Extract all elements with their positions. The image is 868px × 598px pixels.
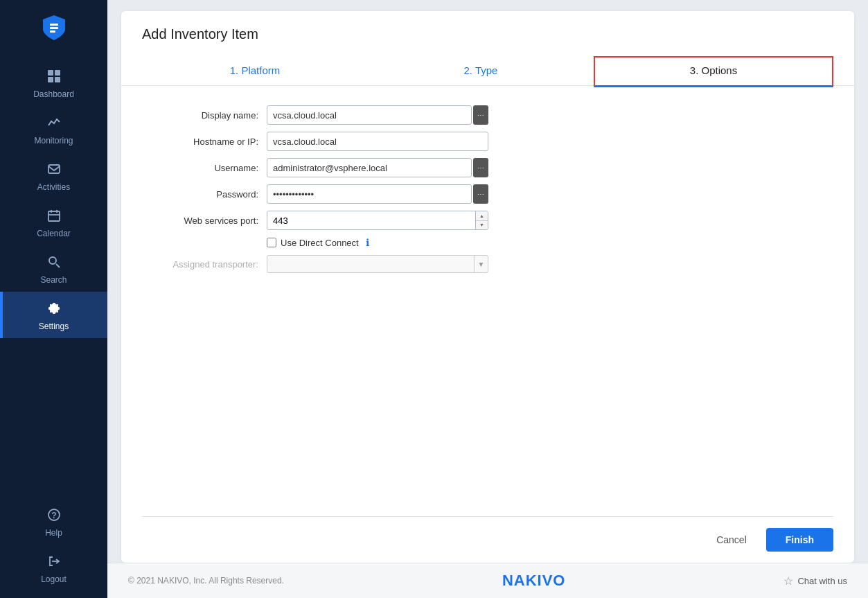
- sidebar-item-activities[interactable]: Activities: [0, 152, 107, 199]
- logo-area: [0, 0, 107, 53]
- password-field-wrapper: ⋯: [267, 184, 488, 204]
- username-label: Username:: [142, 163, 267, 173]
- svg-line-13: [56, 264, 60, 267]
- svg-rect-6: [55, 77, 60, 82]
- wizard-steps: 1. Platform 2. Type 3. Options: [142, 56, 833, 85]
- transporter-value: [267, 256, 474, 272]
- calendar-icon: [47, 209, 61, 226]
- port-up-button[interactable]: ▲: [476, 211, 488, 221]
- svg-point-12: [49, 257, 56, 264]
- password-input[interactable]: [267, 184, 472, 204]
- monitoring-icon: [47, 116, 61, 133]
- hostname-label: Hostname or IP:: [142, 137, 267, 147]
- sidebar-item-label: Dashboard: [33, 89, 74, 99]
- assigned-transporter-wrapper: ▼: [267, 255, 488, 273]
- assigned-transporter-select[interactable]: ▼: [267, 255, 488, 273]
- assigned-transporter-label: Assigned transporter:: [142, 259, 267, 270]
- sidebar-item-logout[interactable]: Logout: [0, 545, 107, 591]
- sidebar-item-help[interactable]: ? Help: [0, 498, 107, 545]
- sidebar-item-monitoring[interactable]: Monitoring: [0, 106, 107, 152]
- help-icon: ?: [47, 508, 61, 525]
- dots-icon: ⋯: [477, 191, 484, 198]
- sidebar-item-dashboard[interactable]: Dashboard: [0, 60, 107, 106]
- direct-connect-row: Use Direct Connect ℹ: [267, 237, 488, 248]
- username-input[interactable]: [267, 158, 472, 177]
- nakivo-logo: NAKIVO: [502, 572, 566, 590]
- dots-icon: ⋯: [477, 112, 484, 119]
- port-input[interactable]: [267, 211, 475, 229]
- wizard-step-options[interactable]: 3. Options: [594, 56, 833, 87]
- svg-rect-0: [50, 24, 58, 26]
- activities-icon: [47, 162, 61, 179]
- svg-rect-2: [50, 30, 55, 33]
- shield-icon: [39, 12, 69, 43]
- hostname-field-wrapper: [267, 132, 488, 151]
- transporter-dropdown-icon: ▼: [474, 256, 488, 272]
- svg-text:?: ?: [51, 511, 56, 520]
- svg-rect-8: [48, 211, 60, 221]
- display-name-field-wrapper: ⋯: [267, 105, 488, 125]
- content-area: Add Inventory Item 1. Platform 2. Type 3…: [107, 0, 868, 563]
- sidebar-item-label: Monitoring: [34, 136, 73, 146]
- wizard-card: Add Inventory Item 1. Platform 2. Type 3…: [121, 11, 854, 563]
- finish-button[interactable]: Finish: [766, 528, 833, 552]
- sidebar-item-label: Logout: [41, 574, 67, 584]
- info-icon: ℹ: [366, 237, 369, 248]
- sidebar-item-label: Calendar: [37, 229, 71, 238]
- display-name-options-button[interactable]: ⋯: [473, 105, 488, 125]
- sidebar-item-label: Settings: [39, 322, 69, 331]
- password-options-button[interactable]: ⋯: [473, 184, 488, 204]
- card-body: Display name: ⋯ Hostname or IP: Username…: [121, 86, 854, 516]
- port-spinner: ▲ ▼: [267, 211, 488, 230]
- logout-icon: [47, 554, 61, 572]
- page-title: Add Inventory Item: [142, 26, 833, 42]
- search-icon: [47, 255, 61, 272]
- sidebar-item-calendar[interactable]: Calendar: [0, 199, 107, 245]
- dots-icon: ⋯: [477, 164, 484, 172]
- svg-rect-1: [50, 27, 58, 29]
- cancel-button[interactable]: Cancel: [705, 529, 758, 551]
- main-area: Add Inventory Item 1. Platform 2. Type 3…: [107, 0, 868, 598]
- chat-label: Chat with us: [797, 576, 847, 586]
- copyright-text: © 2021 NAKIVO, Inc. All Rights Reserved.: [128, 576, 284, 586]
- port-field-wrapper: ▲ ▼: [267, 211, 488, 230]
- chat-star-icon: ☆: [783, 574, 793, 588]
- sidebar: Dashboard Monitoring Activities: [0, 0, 107, 598]
- username-options-button[interactable]: ⋯: [473, 158, 488, 177]
- sidebar-bottom: ? Help Logout: [0, 498, 107, 598]
- password-label: Password:: [142, 189, 267, 200]
- sidebar-nav: Dashboard Monitoring Activities: [0, 53, 107, 498]
- card-header: Add Inventory Item 1. Platform 2. Type 3…: [121, 11, 854, 86]
- username-field-wrapper: ⋯: [267, 158, 488, 177]
- sidebar-item-settings[interactable]: Settings: [0, 292, 107, 338]
- sidebar-item-search[interactable]: Search: [0, 245, 107, 292]
- footer-bar: © 2021 NAKIVO, Inc. All Rights Reserved.…: [107, 563, 868, 598]
- card-footer: Cancel Finish: [121, 517, 854, 563]
- settings-icon: [47, 301, 61, 319]
- wizard-step-type[interactable]: 2. Type: [368, 56, 594, 85]
- svg-rect-4: [55, 70, 60, 76]
- direct-connect-checkbox[interactable]: [267, 238, 276, 247]
- svg-rect-7: [48, 165, 60, 173]
- sidebar-item-label: Help: [45, 528, 62, 538]
- form: Display name: ⋯ Hostname or IP: Username…: [142, 105, 488, 273]
- wizard-step-platform[interactable]: 1. Platform: [142, 56, 368, 85]
- svg-rect-5: [48, 77, 53, 82]
- port-down-button[interactable]: ▼: [476, 221, 488, 230]
- port-spinners: ▲ ▼: [475, 211, 488, 229]
- display-name-input[interactable]: [267, 105, 472, 125]
- display-name-label: Display name:: [142, 110, 267, 121]
- svg-rect-3: [48, 70, 53, 76]
- sidebar-item-label: Activities: [37, 182, 70, 192]
- direct-connect-label[interactable]: Use Direct Connect: [281, 238, 359, 248]
- sidebar-item-label: Search: [40, 275, 67, 285]
- port-label: Web services port:: [142, 216, 267, 226]
- chat-with-us-link[interactable]: ☆ Chat with us: [783, 574, 847, 588]
- dashboard-icon: [47, 69, 61, 87]
- hostname-input[interactable]: [267, 132, 488, 151]
